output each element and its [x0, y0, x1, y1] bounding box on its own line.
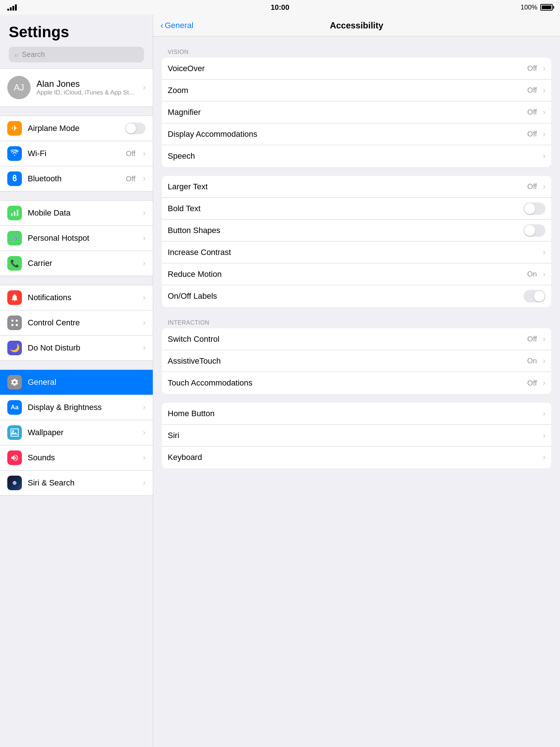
switch-control-label: Switch Control	[168, 334, 523, 344]
search-bar[interactable]: ⌕ Search	[9, 47, 144, 62]
keyboard-chevron: ›	[543, 453, 545, 462]
airplane-mode-toggle[interactable]	[125, 123, 145, 134]
button-shapes-label: Button Shapes	[168, 226, 519, 235]
notifications-icon-wrap	[7, 290, 22, 305]
increase-contrast-row[interactable]: Increase Contrast ›	[162, 241, 551, 263]
section-divider-1	[0, 107, 153, 116]
sidebar-item-do-not-disturb[interactable]: 🌙 Do Not Disturb ›	[0, 336, 153, 361]
bluetooth-value: Off	[126, 175, 135, 183]
magnifier-chevron: ›	[543, 108, 545, 117]
zoom-label: Zoom	[168, 86, 523, 95]
main-layout: Settings ⌕ Search AJ Alan Jones Apple ID…	[0, 15, 560, 747]
control-centre-icon-wrap	[7, 316, 22, 330]
zoom-chevron: ›	[543, 86, 545, 95]
sidebar-item-mobile-data[interactable]: Mobile Data ›	[0, 200, 153, 226]
svg-rect-0	[11, 213, 12, 216]
content-panel: ‹ General Accessibility VISION VoiceOver…	[153, 15, 560, 747]
wifi-icon	[11, 150, 19, 158]
larger-text-row[interactable]: Larger Text Off ›	[162, 176, 551, 198]
hotspot-icon: 🔗	[10, 234, 19, 243]
sidebar-item-sounds[interactable]: Sounds ›	[0, 445, 153, 471]
battery-icon	[540, 4, 553, 11]
siri-row[interactable]: Siri ›	[162, 425, 551, 446]
speech-row[interactable]: Speech ›	[162, 145, 551, 167]
bluetooth-icon: ϐ	[12, 174, 17, 183]
voiceover-row[interactable]: VoiceOver Off ›	[162, 58, 551, 80]
home-button-chevron: ›	[543, 409, 545, 418]
assistive-touch-row[interactable]: AssistiveTouch On ›	[162, 350, 551, 372]
nav-title: Accessibility	[330, 20, 384, 31]
carrier-icon: 📞	[10, 259, 19, 268]
sidebar-item-display-brightness[interactable]: Aa Display & Brightness ›	[0, 395, 153, 420]
zoom-row[interactable]: Zoom Off ›	[162, 80, 551, 101]
sidebar-item-notifications[interactable]: Notifications ›	[0, 285, 153, 310]
mobile-data-icon-wrap	[7, 206, 22, 220]
sidebar-item-wallpaper[interactable]: Wallpaper ›	[0, 420, 153, 445]
notifications-icon	[10, 293, 19, 302]
sidebar-header: Settings ⌕ Search	[0, 15, 153, 68]
speech-label: Speech	[168, 151, 537, 161]
zoom-value: Off	[527, 86, 537, 94]
switch-control-chevron: ›	[543, 334, 545, 344]
extras-section: Home Button › Siri › Keyboard ›	[162, 403, 551, 468]
reduce-motion-row[interactable]: Reduce Motion On ›	[162, 263, 551, 285]
wifi-value: Off	[126, 150, 135, 158]
wallpaper-chevron: ›	[143, 428, 145, 437]
user-row-chevron: ›	[143, 83, 145, 92]
sidebar-item-personal-hotspot[interactable]: 🔗 Personal Hotspot ›	[0, 226, 153, 251]
display-brightness-label: Display & Brightness	[28, 403, 136, 412]
button-shapes-row[interactable]: Button Shapes	[162, 220, 551, 241]
interaction-section-header: INTERACTION	[162, 316, 551, 328]
sidebar-section-3: Notifications › Control Centre ›	[0, 285, 153, 361]
svg-point-7	[12, 430, 14, 432]
sidebar-item-wifi[interactable]: Wi-Fi Off ›	[0, 141, 153, 166]
home-button-row[interactable]: Home Button ›	[162, 403, 551, 425]
touch-accommodations-label: Touch Accommodations	[168, 378, 523, 388]
switch-control-row[interactable]: Switch Control Off ›	[162, 328, 551, 350]
sidebar-item-general[interactable]: General	[0, 369, 153, 395]
reduce-motion-label: Reduce Motion	[168, 270, 523, 279]
larger-text-value: Off	[527, 182, 537, 191]
increase-contrast-label: Increase Contrast	[168, 248, 537, 257]
display-accommodations-value: Off	[527, 130, 537, 138]
keyboard-row[interactable]: Keyboard ›	[162, 446, 551, 468]
search-icon: ⌕	[15, 51, 18, 58]
sidebar-item-control-centre[interactable]: Control Centre ›	[0, 310, 153, 336]
user-profile-row[interactable]: AJ Alan Jones Apple ID, iCloud, iTunes &…	[0, 68, 153, 107]
mobile-data-chevron: ›	[143, 208, 145, 218]
button-shapes-toggle[interactable]	[524, 224, 545, 237]
airplane-icon: ✈	[11, 124, 18, 133]
sidebar-item-bluetooth[interactable]: ϐ Bluetooth Off ›	[0, 166, 153, 191]
user-info: Alan Jones Apple ID, iCloud, iTunes & Ap…	[36, 79, 136, 96]
carrier-icon-wrap: 📞	[7, 256, 22, 271]
svg-point-6	[16, 324, 18, 326]
siri-label: Siri	[168, 431, 537, 440]
display-icon: Aa	[11, 404, 19, 411]
wifi-chevron: ›	[143, 149, 145, 158]
siri-search-chevron: ›	[143, 478, 145, 488]
magnifier-row[interactable]: Magnifier Off ›	[162, 101, 551, 123]
bluetooth-label: Bluetooth	[28, 174, 120, 183]
sidebar-item-siri-search[interactable]: Siri & Search ›	[0, 471, 153, 496]
nav-back-button[interactable]: ‹ General	[160, 20, 193, 31]
on-off-labels-row[interactable]: On/Off Labels .partial::after { left: ca…	[162, 285, 551, 307]
battery-fill	[542, 5, 551, 9]
bold-text-row[interactable]: Bold Text	[162, 198, 551, 220]
bold-text-toggle[interactable]	[524, 202, 545, 215]
keyboard-label: Keyboard	[168, 453, 537, 462]
speech-chevron: ›	[543, 151, 545, 161]
touch-accommodations-row[interactable]: Touch Accommodations Off ›	[162, 372, 551, 394]
control-centre-icon	[10, 318, 19, 327]
nav-bar: ‹ General Accessibility	[153, 15, 560, 36]
sidebar-item-airplane-mode[interactable]: ✈ Airplane Mode	[0, 116, 153, 141]
assistive-touch-label: AssistiveTouch	[168, 356, 523, 366]
display-accommodations-row[interactable]: Display Accommodations Off ›	[162, 123, 551, 145]
assistive-touch-chevron: ›	[543, 356, 545, 366]
status-left	[7, 4, 17, 11]
sidebar-item-carrier[interactable]: 📞 Carrier ›	[0, 251, 153, 276]
display-accommodations-label: Display Accommodations	[168, 129, 523, 139]
home-button-label: Home Button	[168, 409, 537, 418]
carrier-label: Carrier	[28, 259, 136, 268]
touch-accommodations-chevron: ›	[543, 378, 545, 388]
on-off-labels-toggle[interactable]: .partial::after { left: calc(100% - 32px…	[524, 290, 545, 302]
